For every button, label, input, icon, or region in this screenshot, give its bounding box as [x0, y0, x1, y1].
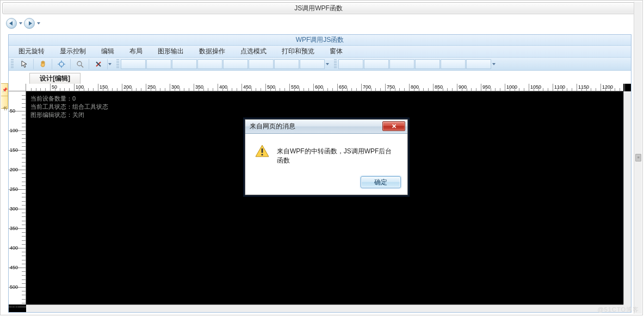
warning-icon	[255, 145, 269, 158]
canvas-horizontal-scrollbar[interactable]	[26, 304, 623, 312]
tool-zoom-icon[interactable]	[71, 59, 89, 70]
side-tab-group: 📌 书	[1, 83, 8, 109]
tool-target-icon[interactable]	[52, 59, 71, 70]
menu-bar: 图元旋转 显示控制 编辑 布局 图形输出 数据操作 点选模式 打印和预览 窗体	[9, 46, 631, 58]
seg2-cell-6[interactable]	[466, 59, 491, 69]
app-outer-frame: ≡ JS调用WPF函数 WPF调用JS函数 图元旋转 显示控制 编辑 布局 图形…	[0, 0, 643, 315]
dialog-footer: 确定	[245, 173, 407, 195]
svg-line-6	[81, 65, 83, 67]
horizontal-ruler: 5010015020025030035040045050055060065070…	[26, 84, 623, 91]
tool-pointer-icon[interactable]	[15, 59, 34, 70]
sub-banner-button[interactable]: WPF调用JS函数	[9, 35, 631, 46]
tool-tools-icon[interactable]	[89, 59, 108, 70]
menu-layout[interactable]: 布局	[129, 47, 143, 56]
menu-window[interactable]: 窗体	[330, 47, 343, 56]
seg2-dropdown[interactable]	[492, 59, 496, 70]
canvas-area: 5010015020025030035040045050055060065070…	[9, 84, 631, 312]
seg2-cell-3[interactable]	[389, 59, 414, 69]
toolbar-segment-1	[116, 59, 330, 70]
vertical-ruler: 50100150200250300350400450500550	[9, 91, 26, 304]
dialog-titlebar[interactable]: 来自网页的消息 ✕	[245, 120, 407, 134]
document-tab-design[interactable]: 设计[编辑]	[29, 73, 81, 84]
scrollbar-thumb[interactable]: ≡	[635, 154, 641, 161]
seg2-cell-2[interactable]	[364, 59, 389, 69]
toolbar-dropdown[interactable]	[108, 59, 112, 70]
status-device-count: 当前设备数量：0	[30, 95, 108, 103]
seg1-cell-6[interactable]	[249, 59, 274, 69]
nav-forward-dropdown[interactable]	[36, 18, 41, 28]
seg2-cell-4[interactable]	[415, 59, 440, 69]
nav-forward-button[interactable]	[24, 18, 35, 29]
menu-rotate[interactable]: 图元旋转	[18, 47, 45, 56]
nav-back-dropdown[interactable]	[18, 18, 23, 28]
document-tab-strip: 设计[编辑]	[9, 71, 631, 84]
dialog-ok-button[interactable]: 确定	[361, 176, 401, 188]
tool-hand-icon[interactable]	[34, 59, 52, 70]
svg-point-5	[77, 61, 82, 66]
menu-display[interactable]: 显示控制	[60, 47, 86, 56]
seg1-cell-3[interactable]	[172, 59, 197, 69]
dialog-message: 来自WPF的中转函数，JS调用WPF后台函数	[277, 146, 398, 165]
seg1-cell-8[interactable]	[300, 59, 325, 69]
menu-edit[interactable]: 编辑	[101, 47, 114, 56]
svg-rect-10	[262, 154, 263, 156]
message-dialog: 来自网页的消息 ✕ 来自WPF的中转函数，JS调用WPF后台函数 确定	[245, 119, 408, 195]
canvas-vertical-scrollbar[interactable]	[623, 91, 631, 304]
dialog-close-button[interactable]: ✕	[382, 121, 405, 131]
nav-back-button[interactable]	[6, 18, 17, 29]
status-tool-state: 当前工具状态：组合工具状态	[30, 103, 108, 111]
seg1-cell-7[interactable]	[274, 59, 299, 69]
menu-data[interactable]: 数据操作	[199, 47, 225, 56]
ruler-corner	[9, 84, 26, 91]
menu-print[interactable]: 打印和预览	[282, 47, 314, 56]
canvas-status-text: 当前设备数量：0 当前工具状态：组合工具状态 图形编辑状态：关闭	[30, 95, 108, 119]
dialog-body: 来自WPF的中转函数，JS调用WPF后台函数	[245, 134, 407, 173]
seg1-cell-5[interactable]	[223, 59, 248, 69]
segment1-grip[interactable]	[116, 59, 119, 69]
nav-buttons	[6, 17, 642, 29]
toolbar-grip[interactable]	[11, 59, 14, 69]
watermark-text: @51CTO博客	[598, 306, 639, 314]
menu-output[interactable]: 图形输出	[158, 47, 184, 56]
toolbar	[9, 58, 631, 71]
menu-pick[interactable]: 点选模式	[240, 47, 267, 56]
page-scrollbar[interactable]: ≡	[634, 2, 642, 314]
dialog-title-text: 来自网页的消息	[250, 122, 295, 131]
toolbar-segment-2	[334, 59, 496, 70]
seg2-cell-5[interactable]	[441, 59, 466, 69]
segment2-grip[interactable]	[334, 59, 337, 69]
side-tab-book[interactable]: 书	[1, 96, 8, 109]
seg1-cell-4[interactable]	[197, 59, 222, 69]
status-edit-state: 图形编辑状态：关闭	[30, 111, 108, 119]
seg1-dropdown[interactable]	[325, 59, 330, 70]
svg-rect-9	[262, 148, 263, 153]
seg2-cell-1[interactable]	[338, 59, 363, 69]
seg1-cell-2[interactable]	[146, 59, 171, 69]
seg1-cell-1[interactable]	[121, 59, 146, 69]
main-banner-button[interactable]: JS调用WPF函数	[2, 2, 635, 14]
side-tab-pin[interactable]: 📌	[1, 83, 8, 96]
svg-point-0	[59, 62, 64, 66]
